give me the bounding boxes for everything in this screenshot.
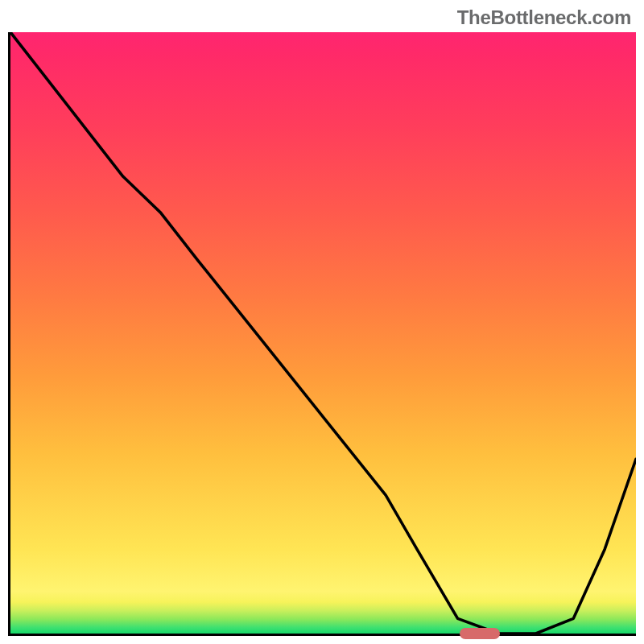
watermark: TheBottleneck.com [457, 6, 631, 29]
chart-area [8, 32, 636, 636]
line-curve [10, 32, 636, 634]
optimal-marker [460, 628, 501, 639]
